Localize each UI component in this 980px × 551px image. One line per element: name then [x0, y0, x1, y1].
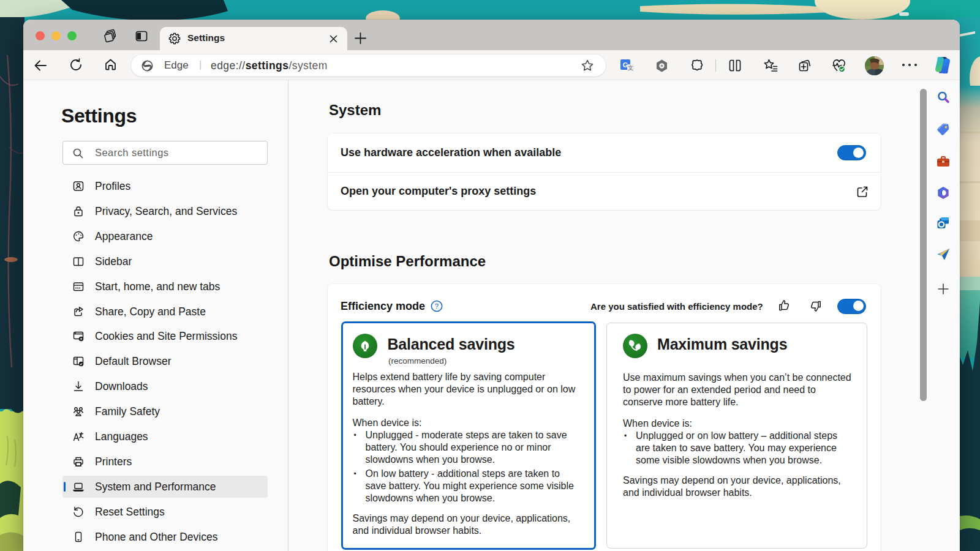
svg-text:?: ?: [435, 302, 439, 310]
svg-text:G: G: [623, 61, 628, 69]
svg-text:文: 文: [628, 65, 633, 71]
